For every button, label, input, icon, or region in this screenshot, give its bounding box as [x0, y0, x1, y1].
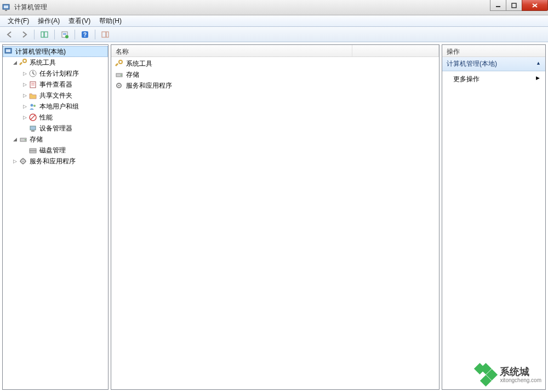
- tree-storage[interactable]: ◢ 存储: [3, 134, 108, 145]
- toolbar-separator: [34, 30, 35, 39]
- svg-point-35: [121, 75, 122, 76]
- menu-file[interactable]: 文件(F): [3, 15, 33, 27]
- computer-icon: [4, 47, 13, 56]
- list-label: 存储: [126, 70, 139, 79]
- storage-icon: [19, 135, 27, 144]
- tree-diskmgmt[interactable]: ▷ 磁盘管理: [3, 145, 108, 156]
- maximize-button[interactable]: [506, 0, 522, 11]
- svg-point-33: [119, 60, 122, 64]
- svg-rect-29: [30, 149, 36, 151]
- tools-icon: [115, 59, 123, 68]
- tree-label: 服务和应用程序: [30, 157, 76, 166]
- menu-view[interactable]: 查看(V): [64, 15, 95, 27]
- svg-text:?: ?: [83, 32, 87, 38]
- menubar: 文件(F) 操作(A) 查看(V) 帮助(H): [0, 15, 548, 27]
- list-item-storage[interactable]: 存储: [111, 69, 439, 80]
- svg-point-17: [23, 59, 26, 63]
- tree-devicemgr[interactable]: ▷ 设备管理器: [3, 123, 108, 134]
- column-name[interactable]: 名称: [111, 45, 352, 56]
- list-label: 服务和应用程序: [126, 81, 172, 90]
- close-button[interactable]: [522, 0, 548, 11]
- expander-open-icon[interactable]: ◢: [12, 59, 18, 66]
- action-section-label: 计算机管理(本地): [447, 60, 497, 67]
- svg-rect-5: [41, 32, 44, 37]
- svg-point-32: [22, 161, 24, 162]
- tree-label: 存储: [30, 135, 43, 144]
- menu-action[interactable]: 操作(A): [33, 15, 64, 27]
- tree-label: 共享文件夹: [39, 91, 72, 100]
- collapse-icon: ▲: [536, 60, 541, 66]
- svg-rect-2: [5, 10, 7, 11]
- expander-closed-icon[interactable]: ▷: [12, 158, 18, 164]
- tree-eventviewer[interactable]: ▷ 事件查看器: [3, 79, 108, 90]
- window-buttons: [490, 0, 548, 11]
- minimize-button[interactable]: [490, 0, 506, 11]
- svg-rect-13: [102, 32, 106, 37]
- svg-rect-26: [31, 130, 35, 132]
- tree-label: 设备管理器: [39, 124, 72, 133]
- properties-button[interactable]: [58, 29, 71, 41]
- disk-icon: [28, 146, 37, 155]
- tree-label: 磁盘管理: [39, 146, 66, 155]
- app-icon: [2, 3, 11, 12]
- forward-button[interactable]: [18, 29, 31, 41]
- help-button[interactable]: ?: [78, 29, 92, 41]
- services-icon: [115, 81, 123, 90]
- svg-rect-4: [512, 3, 516, 8]
- storage-icon: [115, 70, 123, 79]
- svg-point-28: [25, 139, 26, 140]
- expander-closed-icon[interactable]: ▷: [21, 70, 28, 77]
- tree-localusers[interactable]: ▷ 本地用户和组: [3, 101, 108, 112]
- users-icon: [28, 102, 37, 111]
- device-icon: [28, 124, 37, 133]
- back-button[interactable]: [3, 29, 16, 41]
- show-hide-action-pane-button[interactable]: [99, 29, 112, 41]
- svg-rect-30: [30, 151, 36, 153]
- column-empty[interactable]: [352, 45, 439, 56]
- tree-label: 计算机管理(本地): [15, 47, 66, 56]
- svg-rect-1: [4, 5, 8, 8]
- expander-closed-icon[interactable]: ▷: [21, 114, 28, 121]
- window-title: 计算机管理: [14, 3, 47, 12]
- expander-closed-icon[interactable]: ▷: [21, 81, 28, 88]
- svg-point-23: [33, 105, 36, 107]
- toolbar-separator: [75, 30, 75, 39]
- svg-point-10: [65, 35, 68, 38]
- expander-closed-icon[interactable]: ▷: [21, 92, 28, 99]
- tree-performance[interactable]: ▷ 性能: [3, 112, 108, 123]
- tree-scheduler[interactable]: ▷ 任务计划程序: [3, 68, 108, 79]
- tree-label: 性能: [39, 113, 53, 122]
- list-pane: 名称 系统工具 存储 服务和应用程序: [111, 44, 439, 390]
- toolbar: ?: [0, 27, 548, 42]
- show-hide-tree-button[interactable]: [38, 29, 51, 41]
- shared-folder-icon: [28, 91, 37, 100]
- tree-sharedfolders[interactable]: ▷ 共享文件夹: [3, 90, 108, 101]
- list-body: 系统工具 存储 服务和应用程序: [111, 57, 439, 389]
- action-pane: 操作 计算机管理(本地) ▲ 更多操作 ▶: [442, 44, 546, 390]
- tree-pane: 计算机管理(本地) ◢ 系统工具 ▷ 任务计划程序 ▷: [2, 44, 109, 390]
- list-header: 名称: [111, 45, 439, 57]
- tree-label: 系统工具: [30, 58, 56, 67]
- svg-point-22: [31, 104, 33, 107]
- svg-rect-25: [30, 126, 36, 130]
- tree-systools[interactable]: ◢ 系统工具: [3, 57, 108, 68]
- tree-root[interactable]: 计算机管理(本地): [3, 46, 108, 57]
- tree-services[interactable]: ▷ 服务和应用程序: [3, 156, 108, 167]
- tree-label: 任务计划程序: [39, 69, 79, 78]
- clock-icon: [28, 69, 37, 78]
- list-item-systools[interactable]: 系统工具: [111, 58, 439, 69]
- content: 计算机管理(本地) ◢ 系统工具 ▷ 任务计划程序 ▷: [0, 42, 548, 392]
- action-more[interactable]: 更多操作 ▶: [442, 71, 545, 87]
- services-icon: [19, 157, 27, 166]
- action-section[interactable]: 计算机管理(本地) ▲: [442, 57, 545, 71]
- expander-closed-icon[interactable]: ▷: [21, 103, 28, 110]
- performance-icon: [28, 113, 37, 122]
- svg-rect-16: [6, 49, 10, 52]
- tools-icon: [19, 58, 27, 67]
- expander-open-icon[interactable]: ◢: [12, 136, 18, 143]
- submenu-arrow-icon: ▶: [536, 75, 540, 81]
- tree-label: 事件查看器: [39, 80, 72, 89]
- menu-help[interactable]: 帮助(H): [95, 15, 126, 27]
- list-item-services[interactable]: 服务和应用程序: [111, 80, 439, 91]
- toolbar-separator: [54, 30, 55, 39]
